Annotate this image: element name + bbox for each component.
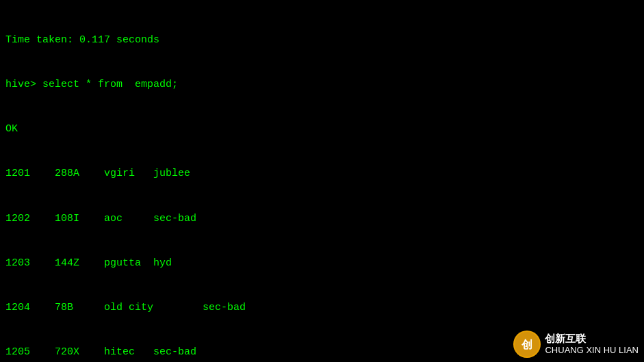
line-0: Time taken: 0.117 seconds (5, 33, 639, 48)
watermark-pinyin: CHUANG XIN HU LIAN (545, 345, 639, 357)
line-3: 1201 288A vgiri jublee (5, 166, 639, 181)
line-5: 1203 144Z pgutta hyd (5, 256, 639, 271)
line-4: 1202 108I aoc sec-bad (5, 211, 639, 227)
watermark-logo: 创 (513, 331, 541, 358)
line-1: hive> select * from empadd; (5, 77, 639, 92)
watermark: 创 创新互联 CHUANG XIN HU LIAN (513, 331, 639, 358)
svg-text:创: 创 (521, 339, 532, 350)
line-2: OK (5, 122, 639, 137)
line-6: 1204 78B old city sec-bad (5, 300, 639, 315)
watermark-text-block: 创新互联 CHUANG XIN HU LIAN (545, 332, 639, 357)
watermark-chinese: 创新互联 (545, 332, 639, 346)
terminal-output: Time taken: 0.117 seconds hive> select *… (0, 0, 644, 362)
